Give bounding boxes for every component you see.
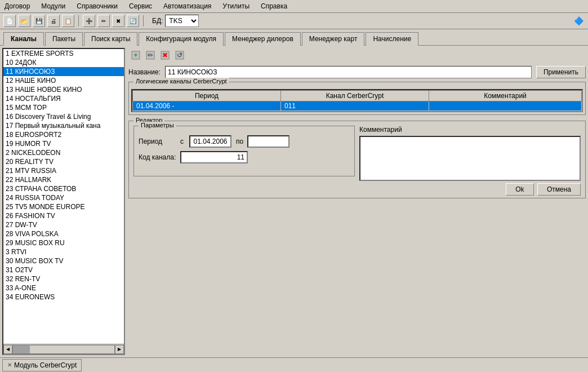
channel-item[interactable]: 34 EURONEWS (3, 293, 124, 302)
comment-section: Комментарий (359, 126, 581, 181)
svg-text:✏: ✏ (148, 51, 153, 59)
period-c-label: с (180, 138, 187, 145)
menu-spravka[interactable]: Справка (259, 1, 289, 11)
logical-channels-title: Логические каналы CerberCrypt (133, 78, 229, 85)
channel-item[interactable]: 12 НАШЕ КИНО (3, 76, 124, 85)
bottom-tab-bar: ✕ Модуль CerberCrypt (0, 357, 588, 372)
channel-item[interactable]: 32 REN-TV (3, 274, 124, 284)
toolbar-save-btn[interactable]: 💾 (33, 15, 45, 27)
toolbar-new-btn[interactable]: 📄 (3, 15, 16, 27)
channel-list-panel: 1 EXTREME SPORTS10 24ДОК11 КИНОСОЮЗ12 НА… (2, 48, 125, 355)
channel-item[interactable]: 31 O2TV (3, 265, 124, 274)
channels-table-container: Период Канал CerberCrypt Комментарий 01.… (131, 89, 583, 112)
col-comment: Комментарий (429, 91, 582, 101)
menu-dogovor[interactable]: Договор (2, 1, 32, 11)
channel-item[interactable]: 10 24ДОК (3, 58, 124, 67)
comment-textarea[interactable] (359, 136, 581, 181)
name-row: Название: Применить (128, 66, 586, 78)
svg-text:↺: ↺ (177, 51, 182, 59)
code-label: Код канала: (139, 153, 178, 161)
period-po-label: по (236, 138, 245, 145)
svg-text:+: + (133, 51, 137, 59)
params-title: Параметры (139, 122, 176, 129)
channel-list: 1 EXTREME SPORTS10 24ДОК11 КИНОСОЮЗ12 НА… (3, 49, 124, 344)
code-input[interactable] (180, 151, 248, 163)
channel-item[interactable]: 24 RUSSIA TODAY (3, 193, 124, 202)
tab-nachislenie[interactable]: Начисление (366, 32, 418, 46)
bottom-tab-close-icon[interactable]: ✕ (7, 362, 12, 368)
scroll-thumb[interactable] (13, 346, 30, 353)
channel-item[interactable]: 20 REALITY TV (3, 157, 124, 166)
menu-avtomatizatsiya[interactable]: Автоматизация (161, 1, 213, 11)
col-channel: Канал CerberCrypt (281, 91, 429, 101)
period-from-input[interactable] (189, 135, 231, 148)
name-input[interactable] (165, 66, 532, 78)
menu-moduli[interactable]: Модули (39, 1, 68, 11)
channel-item[interactable]: 29 MUSIC BOX RU (3, 238, 124, 247)
channel-item[interactable]: 16 Discovery Travel & Living (3, 112, 124, 121)
tab-poisk-karty[interactable]: Поиск карты (84, 32, 137, 46)
toolbar-refresh-btn[interactable]: 🔄 (127, 15, 139, 27)
tab-pakety[interactable]: Пакеты (45, 32, 83, 46)
channel-item[interactable]: 33 A-ONE (3, 284, 124, 293)
tabs-bar: Каналы Пакеты Поиск карты Конфигурация м… (0, 29, 588, 46)
toolbar: 📄 📂 💾 🖨 📋 ➕ ✏ ✖ 🔄 БД: TKS 🔷 (0, 13, 588, 29)
channel-item[interactable]: 14 НОСТАЛЬГИЯ (3, 94, 124, 103)
app-logo: 🔷 (572, 15, 585, 27)
menu-spravochniki[interactable]: Справочники (74, 1, 120, 11)
table-row[interactable]: 01.04.2006 -011 (133, 101, 582, 111)
logical-channels-group: Логические каналы CerberCrypt Период Кан… (128, 82, 586, 115)
tab-menedzher-dilerov[interactable]: Менеджер дилеров (225, 32, 301, 46)
apply-button[interactable]: Применить (536, 66, 586, 78)
toolbar-sep1 (78, 15, 79, 26)
channel-item[interactable]: 15 MCM TOP (3, 103, 124, 112)
right-panel: + ✏ ✖ ↺ Название: Применить (128, 48, 586, 355)
scroll-track[interactable] (12, 345, 115, 354)
channel-item[interactable]: 13 НАШЕ НОВОЕ КИНО (3, 85, 124, 94)
tab-konfiguraciya[interactable]: Конфигурация модуля (139, 32, 224, 46)
channel-item[interactable]: 2 NICKELODEON (3, 148, 124, 157)
channel-item[interactable]: 22 HALLMARK (3, 175, 124, 184)
channel-item[interactable]: 25 TV5 MONDE EUROPE (3, 202, 124, 211)
rt-add-btn[interactable]: + (130, 49, 142, 61)
toolbar-add-btn[interactable]: ➕ (83, 15, 95, 27)
params-group: Параметры Период с по Код канала: (133, 126, 355, 176)
menu-servis[interactable]: Сервис (127, 1, 154, 11)
channel-item[interactable]: 17 Первый музыкальный кана (3, 121, 124, 130)
channel-item[interactable]: 21 MTV RUSSIA (3, 166, 124, 175)
horizontal-scrollbar[interactable]: ◀ ▶ (3, 344, 124, 354)
channel-item[interactable]: 26 FASHION TV (3, 211, 124, 220)
toolbar-preview-btn[interactable]: 📋 (62, 15, 74, 27)
period-to-input[interactable] (247, 135, 289, 148)
channel-item[interactable]: 19 HUMOR TV (3, 139, 124, 148)
channel-item[interactable]: 23 СТРАНА СОВЕТОВ (3, 184, 124, 193)
toolbar-delete-btn[interactable]: ✖ (112, 15, 124, 27)
svg-text:✖: ✖ (162, 51, 168, 59)
tab-kanaly[interactable]: Каналы (3, 32, 44, 46)
channel-item[interactable]: 27 DW-TV (3, 220, 124, 229)
cancel-button[interactable]: Отмена (537, 183, 581, 196)
channel-item[interactable]: 3 RTVI (3, 247, 124, 256)
menu-utility[interactable]: Утилиты (220, 1, 252, 11)
toolbar-edit-btn[interactable]: ✏ (97, 15, 110, 27)
channel-item[interactable]: 11 КИНОСОЮЗ (3, 67, 124, 76)
rt-delete-btn[interactable]: ✖ (159, 49, 171, 61)
scroll-left-btn[interactable]: ◀ (3, 345, 12, 354)
rt-edit-btn[interactable]: ✏ (144, 49, 157, 61)
channel-item[interactable]: 30 MUSIC BOX TV (3, 256, 124, 265)
tab-menedzher-kart[interactable]: Менеджер карт (302, 32, 365, 46)
channel-item[interactable]: 28 VIVA POLSKA (3, 229, 124, 238)
bd-label: БД: (152, 17, 163, 25)
rt-refresh-btn[interactable]: ↺ (173, 49, 186, 61)
bottom-tab-cerber[interactable]: ✕ Модуль CerberCrypt (2, 359, 82, 371)
toolbar-open-btn[interactable]: 📂 (18, 15, 30, 27)
scroll-right-btn[interactable]: ▶ (115, 345, 124, 354)
ok-button[interactable]: Ok (506, 183, 534, 196)
bd-select[interactable]: TKS (165, 15, 199, 27)
toolbar-print-btn[interactable]: 🖨 (47, 15, 60, 27)
channels-table: Период Канал CerberCrypt Комментарий 01.… (132, 90, 582, 111)
channel-item[interactable]: 1 EXTREME SPORTS (3, 49, 124, 58)
editor-group: Редактор Параметры Период с по (128, 121, 586, 198)
bottom-tab-label: Модуль CerberCrypt (14, 361, 77, 369)
channel-item[interactable]: 18 EUROSPORT2 (3, 130, 124, 139)
